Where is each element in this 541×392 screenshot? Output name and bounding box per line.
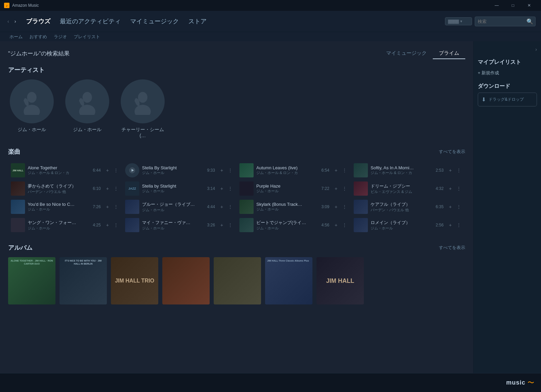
album-item[interactable]: JIM HALL Three Classic Albums Plus — [265, 257, 312, 304]
subnav-home[interactable]: ホーム — [9, 34, 23, 40]
add-to-library-button[interactable]: + — [105, 222, 110, 228]
song-info: Stella By Starlight ジム・ホール — [142, 165, 204, 175]
add-to-library-button[interactable]: + — [105, 203, 110, 210]
add-to-library-button[interactable]: + — [448, 167, 453, 174]
album-item[interactable]: ALONE TOGETHER - JIM HALL · RON CARTER D… — [8, 257, 55, 304]
add-to-library-button[interactable]: + — [333, 167, 339, 174]
add-to-library-button[interactable]: + — [105, 185, 110, 192]
album-item[interactable]: IT'S NICE TO BE WITH YOU · JIM HALL IN B… — [60, 257, 107, 304]
album-item[interactable] — [214, 257, 261, 304]
song-row[interactable]: Purple Haze ジム・ホール 7:22 + ⋮ — [237, 179, 351, 198]
nav-mymusic[interactable]: マイミュージック — [126, 15, 183, 28]
song-row[interactable]: ヤング・ワン・フォー… ジム・ホール 4:25 + ⋮ — [8, 216, 122, 234]
song-row[interactable]: JIM HALL Alone Together ジム・ホール & ロン・カ 6:… — [8, 161, 122, 179]
tab-prime[interactable]: プライム — [433, 48, 465, 59]
song-row[interactable]: ビートでジャンプ(ライ… ジム・ホール 4:56 + ⋮ — [237, 216, 351, 234]
song-row[interactable]: ロメイン（ライブ） ジム・ホール 2:56 + ⋮ — [351, 216, 465, 234]
song-info: Stella by Starlight ジム・ホール — [142, 183, 204, 194]
more-options-button[interactable]: ⋮ — [455, 203, 463, 210]
more-options-button[interactable]: ⋮ — [112, 222, 120, 228]
more-options-button[interactable]: ⋮ — [227, 167, 234, 174]
artist-name: チャーリー・シーム(… — [119, 127, 166, 138]
artist-name: ジム・ホール — [73, 127, 101, 133]
song-row[interactable]: 夢からさめて（ライブ） バーデン・パウエル 他 6:10 + ⋮ — [8, 179, 122, 198]
subnav: ホーム おすすめ ラジオ プレイリスト — [0, 32, 541, 41]
song-row[interactable]: ケアフル（ライブ） バーデン・パウエル 他 6:35 + ⋮ — [351, 198, 465, 216]
more-options-button[interactable]: ⋮ — [227, 203, 234, 210]
search-results-title: "ジムホール"の検索結果 — [8, 50, 70, 57]
song-duration: 3:09 — [321, 204, 329, 209]
more-options-button[interactable]: ⋮ — [227, 222, 234, 228]
artist-silhouette-icon — [129, 88, 156, 115]
album-item[interactable] — [162, 257, 210, 304]
song-duration: 4:32 — [436, 186, 443, 191]
add-to-library-button[interactable]: + — [219, 222, 225, 228]
new-playlist-button[interactable]: + 新規作成 — [478, 69, 537, 77]
song-row[interactable]: Softly, As In A Morni… ジム・ホール & ロン・カ 2:5… — [351, 161, 465, 179]
search-icon[interactable]: 🔍 — [526, 18, 533, 25]
song-thumbnail — [239, 163, 254, 177]
song-row[interactable]: JAZZ Stella by Starlight ジム・ホール 3:14 + ⋮ — [122, 179, 237, 198]
artist-item[interactable]: ジム・ホール — [64, 79, 111, 138]
subnav-recommended[interactable]: おすすめ — [29, 34, 47, 40]
song-artist: バーデン・パウエル 他 — [371, 207, 433, 213]
song-row[interactable]: ブルー・ジョー（ライブ… ジム・ホール 4:44 + ⋮ — [122, 198, 237, 216]
more-options-button[interactable]: ⋮ — [341, 203, 348, 210]
close-button[interactable]: ✕ — [521, 0, 537, 11]
add-to-library-button[interactable]: + — [333, 185, 339, 192]
add-to-library-button[interactable]: + — [448, 185, 453, 192]
song-artist: ジム・ホール — [28, 226, 90, 231]
more-options-button[interactable]: ⋮ — [227, 185, 234, 192]
minimize-button[interactable]: — — [489, 0, 504, 11]
more-options-button[interactable]: ⋮ — [341, 222, 348, 228]
subnav-radio[interactable]: ラジオ — [54, 34, 67, 40]
artist-name: ジム・ホール — [18, 127, 46, 133]
song-row[interactable]: Autumn Leaves (live) ジム・ホール & ロン・カ 6:54 … — [237, 161, 351, 179]
more-options-button[interactable]: ⋮ — [112, 185, 120, 192]
song-row[interactable]: You'd Be so Nice to C… ジム・ホール 7:26 + ⋮ — [8, 198, 122, 216]
song-actions: + ⋮ — [448, 185, 463, 192]
tab-mymusic[interactable]: マイミュージック — [380, 48, 433, 59]
add-to-library-button[interactable]: + — [219, 185, 225, 192]
subnav-playlist[interactable]: プレイリスト — [74, 34, 100, 40]
maximize-button[interactable]: □ — [505, 0, 521, 11]
search-input[interactable] — [478, 19, 525, 24]
forward-arrow[interactable]: › — [13, 17, 18, 25]
more-options-button[interactable]: ⋮ — [455, 167, 463, 174]
song-title: ブルー・ジョー（ライブ… — [142, 201, 204, 207]
songs-show-all[interactable]: すべてを表示 — [439, 149, 465, 155]
add-to-library-button[interactable]: + — [219, 167, 225, 174]
song-row[interactable]: マイ・ファニー・ヴァ… ジム・ホール 3:26 + ⋮ — [122, 216, 237, 234]
add-to-library-button[interactable]: + — [448, 203, 453, 210]
nav-store[interactable]: ストア — [184, 15, 211, 28]
albums-show-all[interactable]: すべてを表示 — [439, 245, 465, 251]
more-options-button[interactable]: ⋮ — [341, 167, 348, 174]
song-row[interactable]: Stella By Starlight ジム・ホール 9:33 + ⋮ — [122, 161, 237, 179]
add-to-library-button[interactable]: + — [333, 222, 339, 228]
add-to-library-button[interactable]: + — [105, 167, 110, 174]
album-cover: JIM HALL Three Classic Albums Plus — [265, 257, 312, 304]
artist-item[interactable]: ジム・ホール — [8, 79, 55, 138]
svg-point-8 — [138, 92, 147, 103]
more-options-button[interactable]: ⋮ — [455, 222, 463, 228]
artist-item[interactable]: チャーリー・シーム(… — [119, 79, 166, 138]
more-options-button[interactable]: ⋮ — [455, 185, 463, 192]
drag-drop-box[interactable]: ⬇ ドラッグ&ドロップ — [478, 93, 537, 106]
more-options-button[interactable]: ⋮ — [112, 167, 120, 174]
nav-browse[interactable]: ブラウズ — [22, 15, 54, 28]
user-dropdown[interactable]: ▓▓▓▓ ▾ — [445, 17, 472, 25]
add-to-library-button[interactable]: + — [333, 203, 339, 210]
add-to-library-button[interactable]: + — [448, 222, 453, 228]
album-item[interactable]: JIM HALL — [316, 257, 364, 304]
song-artist: ジム・ホール — [371, 226, 433, 231]
song-row[interactable]: Skylark (Bonus Track… ジム・ホール 3:09 + ⋮ — [237, 198, 351, 216]
album-item[interactable]: JIM HALL TRIO — [111, 257, 158, 304]
nav-recent[interactable]: 最近のアクティビティ — [56, 15, 125, 28]
add-to-library-button[interactable]: + — [219, 203, 225, 210]
more-options-button[interactable]: ⋮ — [341, 185, 348, 192]
song-row[interactable]: ドリーム・ジプシー ビル・エヴァンス & ジム 4:32 + ⋮ — [351, 179, 465, 198]
sidebar-collapse-arrow[interactable]: › — [535, 47, 537, 52]
back-arrow[interactable]: ‹ — [5, 17, 11, 25]
song-info: ブルー・ジョー（ライブ… ジム・ホール — [142, 201, 204, 213]
more-options-button[interactable]: ⋮ — [112, 203, 120, 210]
